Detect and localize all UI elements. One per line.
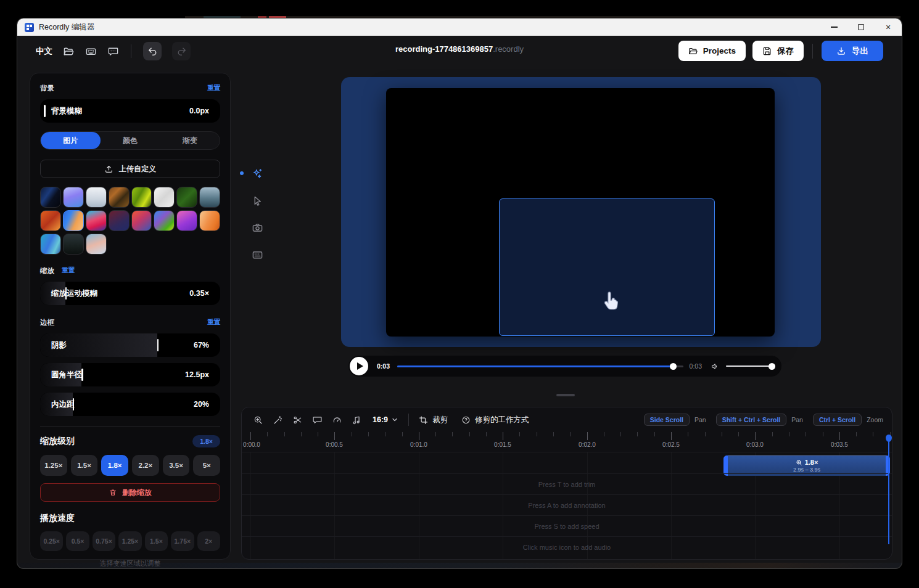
shadow-slider[interactable]: 阴影 67%: [40, 333, 220, 357]
timeline-tracks[interactable]: 1.8× 2.9s – 3.9s Press T to add trim Pre…: [242, 452, 892, 559]
play-button[interactable]: [350, 357, 368, 375]
background-thumbnail[interactable]: [86, 210, 107, 231]
total-time: 0:03: [690, 362, 702, 370]
save-button[interactable]: 保存: [752, 41, 804, 61]
shortcut-key-pill: Shift + Ctrl + Scroll: [716, 414, 787, 426]
corner-radius-value: 12.5px: [185, 363, 209, 386]
magnifier-icon: [796, 459, 802, 466]
speed-1.75x[interactable]: 1.75×: [171, 531, 194, 551]
shadow-value: 67%: [194, 333, 209, 357]
tab-color[interactable]: 颜色: [101, 132, 160, 149]
seek-bar[interactable]: [397, 362, 683, 370]
auto-edit-button[interactable]: [273, 415, 283, 425]
aspect-ratio-dropdown[interactable]: 16:9: [373, 415, 398, 424]
annotation-button[interactable]: [312, 415, 323, 425]
zoom-level-1.5x[interactable]: 1.5×: [71, 455, 98, 476]
zoom-level-3.5x[interactable]: 3.5×: [163, 455, 190, 476]
timeline-ruler[interactable]: 0:00.0 0:00.5 0:01.0 0:01.5 0:02.0 0:02.…: [242, 432, 892, 452]
camera-icon: [252, 222, 263, 234]
maximize-button[interactable]: [847, 18, 875, 36]
trim-help-link[interactable]: 修剪的工作方式: [461, 415, 529, 425]
zoom-level-5x[interactable]: 5×: [193, 455, 220, 476]
cut-button[interactable]: [292, 415, 303, 425]
zoom-level-buttons: 1.25× 1.5× 1.8× 2.2× 3.5× 5×: [40, 455, 220, 476]
zoom-level-1.25x[interactable]: 1.25×: [40, 455, 67, 476]
active-indicator-dot: [240, 171, 244, 175]
music-button[interactable]: [352, 415, 362, 425]
cursor-arrow-icon: [252, 195, 263, 206]
background-thumbnail[interactable]: [154, 210, 175, 231]
corner-radius-slider[interactable]: 圆角半径 12.5px: [40, 363, 220, 386]
background-blur-slider[interactable]: 背景模糊 0.0px: [40, 99, 220, 123]
zoom-level-title: 缩放级别: [40, 436, 75, 447]
background-thumbnail[interactable]: [131, 187, 152, 208]
projects-folder-icon: [688, 46, 698, 56]
background-thumbnail[interactable]: [63, 187, 84, 208]
background-thumbnail[interactable]: [40, 187, 61, 208]
background-thumbnail[interactable]: [199, 210, 220, 231]
cursor-tool[interactable]: [247, 192, 268, 208]
toolbar-divider: [408, 414, 409, 426]
seek-knob[interactable]: [670, 363, 677, 370]
volume-knob[interactable]: [769, 363, 775, 370]
speed-0.25x[interactable]: 0.25×: [40, 531, 63, 551]
speed-0.75x[interactable]: 0.75×: [93, 531, 115, 551]
speed-1.25x[interactable]: 1.25×: [118, 531, 141, 551]
padding-slider[interactable]: 内边距 20%: [40, 393, 220, 416]
background-thumbnail[interactable]: [176, 187, 197, 208]
webcam-tool[interactable]: [247, 219, 268, 235]
timeline-zoom-button[interactable]: [253, 415, 263, 425]
tab-gradient[interactable]: 渐变: [160, 132, 220, 149]
zoom-reset-link[interactable]: 重置: [62, 266, 75, 275]
crop-button[interactable]: 裁剪: [419, 415, 448, 425]
playhead[interactable]: [888, 438, 889, 544]
background-thumbnail[interactable]: [86, 234, 107, 255]
upload-custom-button[interactable]: 上传自定义: [40, 160, 220, 178]
minimize-icon: [831, 27, 838, 27]
background-thumbnail[interactable]: [86, 187, 107, 208]
delete-zoom-button[interactable]: 删除缩放: [40, 483, 220, 502]
speed-2x[interactable]: 2×: [197, 531, 220, 551]
close-button[interactable]: ×: [875, 18, 902, 36]
speed-0.5x[interactable]: 0.5×: [66, 531, 89, 551]
zoom-segment-range: 2.9s – 3.9s: [793, 467, 820, 473]
shortcut-key-pill: Side Scroll: [644, 414, 690, 426]
background-thumbnail[interactable]: [40, 234, 61, 255]
background-thumbnail[interactable]: [40, 210, 61, 231]
speaker-icon: [711, 362, 720, 371]
export-download-icon: [836, 46, 846, 56]
play-icon: [357, 362, 363, 370]
zoom-level-badge: 1.8×: [192, 435, 220, 447]
background-thumbnail[interactable]: [131, 210, 152, 231]
panel-resize-handle[interactable]: [556, 394, 575, 396]
background-thumbnail[interactable]: [63, 234, 84, 255]
background-thumbnail[interactable]: [199, 187, 220, 208]
background-thumbnail[interactable]: [109, 210, 130, 231]
zoom-motion-blur-value: 0.35×: [189, 282, 209, 305]
background-blur-label: 背景模糊: [51, 99, 82, 123]
minimize-button[interactable]: [820, 18, 847, 36]
zoom-motion-blur-slider[interactable]: 缩放运动模糊 0.35×: [40, 282, 220, 305]
export-button[interactable]: 导出: [822, 41, 883, 61]
volume-slider[interactable]: [726, 362, 775, 370]
background-reset-link[interactable]: 重置: [207, 84, 220, 92]
caption-tool[interactable]: [247, 247, 268, 263]
speed-1.5x[interactable]: 1.5×: [145, 531, 168, 551]
background-thumbnail[interactable]: [109, 187, 130, 208]
shortcut-key-pill: Ctrl + Scroll: [813, 414, 862, 426]
zoom-level-1.8x[interactable]: 1.8×: [101, 455, 128, 476]
shortcut-action: Pan: [791, 416, 803, 423]
background-thumbnail[interactable]: [154, 187, 175, 208]
help-circle-icon: [461, 415, 471, 425]
chevron-down-icon: [391, 416, 398, 423]
border-reset-link[interactable]: 重置: [207, 318, 220, 327]
ruler-label: 0:02.5: [662, 441, 680, 448]
speed-button[interactable]: [332, 415, 342, 425]
auto-zoom-tool[interactable]: [247, 165, 268, 181]
projects-button[interactable]: Projects: [678, 41, 746, 61]
volume-button[interactable]: [711, 362, 720, 371]
tab-image[interactable]: 图片: [41, 132, 101, 149]
zoom-level-2.2x[interactable]: 2.2×: [132, 455, 159, 476]
background-thumbnail[interactable]: [176, 210, 197, 231]
background-thumbnail-selected[interactable]: [63, 210, 84, 231]
